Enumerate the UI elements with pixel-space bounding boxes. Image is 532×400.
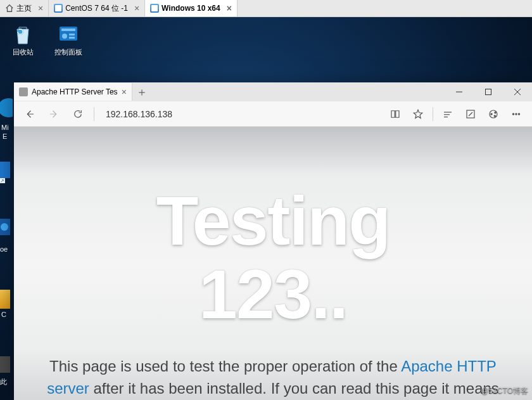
svg-point-22 (491, 113, 492, 114)
tab-title: Apache HTTP Server Tes (32, 87, 118, 96)
svg-rect-7 (0, 162, 10, 178)
refresh-button[interactable] (67, 103, 89, 125)
maximize-icon (484, 88, 492, 96)
svg-point-23 (494, 115, 495, 116)
desktop-shortcut-icon[interactable]: ↗ (0, 162, 10, 183)
close-window-button[interactable] (503, 82, 532, 101)
more-icon (510, 108, 522, 120)
minimize-button[interactable] (445, 82, 474, 101)
this-pc-icon[interactable] (0, 356, 10, 373)
close-icon[interactable]: × (227, 3, 232, 13)
refresh-icon (72, 108, 84, 120)
desktop-shortcut-icon[interactable] (0, 219, 10, 240)
close-icon[interactable]: × (134, 3, 139, 13)
new-tab-button[interactable]: ＋ (132, 84, 151, 100)
separator (433, 107, 433, 121)
window-controls (445, 82, 532, 101)
watermark: @51CTO博客 (481, 385, 528, 396)
svg-point-4 (62, 34, 67, 39)
vm-tab-label: Windows 10 x64 (162, 4, 220, 13)
back-button[interactable] (19, 103, 41, 125)
forward-button[interactable] (43, 103, 65, 125)
edge-browser-icon (0, 96, 13, 119)
svg-point-21 (495, 112, 496, 113)
vm-tab-centos[interactable]: CentOS 7 64 位 -1 × (49, 0, 145, 16)
hub-icon (442, 108, 453, 120)
recycle-bin-icon[interactable]: 回收站 (4, 23, 42, 57)
icon-label: 控制面板 (49, 48, 87, 57)
icon-label-fragment: oe (0, 245, 8, 253)
address-bar[interactable]: 192.168.136.138 (99, 109, 382, 119)
trash-icon (11, 23, 34, 46)
vm-tab-strip: 主页 × CentOS 7 64 位 -1 × Windows 10 x64 × (0, 0, 532, 17)
control-panel-glyph-icon (57, 23, 80, 46)
hub-button[interactable] (437, 103, 459, 125)
vm-icon (150, 4, 159, 13)
share-icon (488, 108, 499, 120)
folder-icon[interactable] (0, 290, 10, 309)
edge-app-icon[interactable] (0, 96, 13, 122)
svg-point-26 (518, 113, 519, 114)
reading-view-button[interactable] (384, 103, 406, 125)
close-icon[interactable]: × (122, 87, 127, 97)
page-body-text: This page is used to test the proper ope… (33, 356, 513, 400)
svg-point-11 (1, 223, 8, 231)
pen-note-icon (465, 108, 476, 120)
browser-toolbar: 192.168.136.138 (14, 101, 532, 127)
home-icon (5, 4, 14, 13)
control-panel-icon[interactable]: 控制面板 (49, 23, 87, 57)
arrow-left-icon (24, 108, 35, 120)
shortcut-icon (0, 219, 10, 240)
vm-tab-windows[interactable]: Windows 10 x64 × (145, 0, 238, 16)
star-icon (412, 108, 424, 120)
page-heading: Testing 123.. (33, 184, 513, 330)
close-icon[interactable]: × (38, 3, 43, 13)
svg-rect-13 (486, 89, 491, 95)
icon-label-fragment: Mi (1, 124, 9, 131)
svg-point-24 (512, 113, 514, 114)
url-text: 192.168.136.138 (106, 109, 172, 119)
arrow-right-icon (48, 108, 60, 120)
page-favicon-icon (19, 87, 28, 96)
maximize-button[interactable] (474, 82, 503, 101)
vm-icon (54, 4, 63, 13)
book-icon (390, 108, 401, 120)
svg-rect-6 (69, 37, 75, 39)
close-icon (514, 88, 521, 96)
vm-tab-home[interactable]: 主页 × (0, 0, 49, 16)
browser-tab[interactable]: Apache HTTP Server Tes × (14, 83, 132, 101)
separator (94, 107, 94, 121)
svg-point-25 (516, 113, 517, 114)
svg-rect-3 (61, 29, 75, 31)
svg-rect-5 (69, 34, 75, 35)
favorites-button[interactable] (407, 103, 429, 125)
icon-label-fragment: C (1, 311, 6, 318)
icon-label-fragment: 此 (0, 377, 7, 387)
shortcut-icon: ↗ (0, 162, 10, 183)
page-content: Testing 123.. This page is used to test … (14, 127, 532, 400)
notes-button[interactable] (460, 103, 481, 125)
vm-tab-label: CentOS 7 64 位 -1 (65, 3, 128, 14)
edge-browser-window: Apache HTTP Server Tes × ＋ 192.168.136.1… (14, 82, 532, 400)
icon-label-fragment: E (3, 132, 7, 140)
svg-text:↗: ↗ (0, 178, 4, 183)
vm-tab-label: 主页 (16, 3, 32, 14)
icon-label: 回收站 (4, 48, 42, 57)
windows-desktop[interactable]: 回收站 控制面板 Mi E ↗ oe C 此 A (0, 17, 532, 400)
browser-tab-strip: Apache HTTP Server Tes × ＋ (14, 82, 532, 101)
minimize-icon (455, 88, 463, 96)
more-button[interactable] (505, 103, 527, 125)
share-button[interactable] (483, 103, 504, 125)
